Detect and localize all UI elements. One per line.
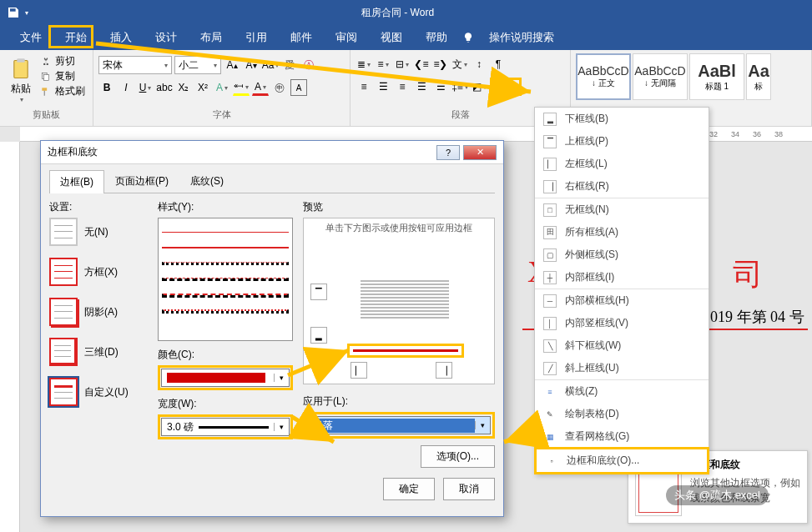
menu-insert[interactable]: 插入 [98, 25, 144, 50]
dialog-close-button[interactable]: ✕ [463, 145, 497, 160]
format-painter-button[interactable]: 格式刷 [40, 84, 85, 98]
width-label: 宽度(W): [158, 397, 293, 411]
menu-layout[interactable]: 布局 [189, 25, 234, 50]
border-outside-item[interactable]: ▢外侧框线(S) [535, 243, 709, 266]
border-insidev-item[interactable]: │内部竖框线(V) [535, 312, 709, 334]
border-left-item[interactable]: ▏左框线(L) [535, 153, 709, 175]
menu-home[interactable]: 开始 [53, 25, 98, 50]
preview-bottom-btn[interactable]: ▂ [310, 327, 327, 344]
preview-top-btn[interactable]: ▔ [310, 284, 327, 300]
superscript-button[interactable]: X² [194, 79, 211, 96]
highlight-button[interactable]: ⬶▾ [233, 79, 250, 96]
subscript-button[interactable]: X₂ [175, 79, 192, 96]
style-heading2[interactable]: Aa标 [746, 53, 771, 100]
shading-button[interactable]: ◩▾ [471, 78, 487, 95]
phonetic-button[interactable]: 愛 [281, 57, 298, 73]
borders-dropdown-menu: ▂下框线(B) ▔上框线(P) ▏左框线(L) ▕右框线(R) □无框线(N) … [534, 107, 709, 474]
grow-font-button[interactable]: A▴ [224, 57, 240, 73]
options-button[interactable]: 选项(O)... [421, 445, 495, 468]
align-justify-button[interactable]: ☰ [413, 78, 430, 95]
borders-shading-item[interactable]: ▫边框和底纹(O)... [537, 449, 707, 472]
settings-label: 设置: [49, 200, 148, 214]
border-diagup-item[interactable]: ╱斜上框线(U) [535, 357, 709, 379]
svg-rect-3 [44, 74, 49, 80]
shrink-font-button[interactable]: A▾ [243, 57, 260, 73]
enclose-button[interactable]: ㊥ [271, 79, 288, 96]
preview-left-btn[interactable]: ▏ [351, 362, 367, 379]
italic-button[interactable]: I [118, 79, 134, 96]
border-hline-item[interactable]: ≡横线(Z) [535, 379, 709, 403]
borders-button[interactable]: ▾ [493, 81, 518, 93]
menu-help[interactable]: 帮助 [414, 25, 459, 50]
menu-mail[interactable]: 邮件 [279, 25, 324, 50]
underline-button[interactable]: U▾ [137, 79, 154, 96]
border-diagdown-item[interactable]: ╲斜下框线(W) [535, 334, 709, 357]
doc-text-si: 司 [733, 254, 763, 295]
font-size-dropdown[interactable]: 小二▾ [174, 56, 221, 74]
menu-file[interactable]: 文件 [8, 25, 53, 50]
style-normal[interactable]: AaBbCcD↓ 正文 [576, 53, 631, 100]
bold-button[interactable]: B [98, 79, 115, 96]
border-right-item[interactable]: ▕右框线(R) [535, 175, 709, 198]
font-color-button[interactable]: A▾ [252, 79, 269, 96]
tab-border[interactable]: 边框(B) [49, 170, 104, 193]
menu-review[interactable]: 审阅 [324, 25, 369, 50]
align-distribute-button[interactable]: ☰ [432, 78, 449, 95]
change-case-button[interactable]: Aa▾ [262, 57, 279, 73]
tab-shading[interactable]: 底纹(S) [179, 169, 235, 193]
dialog-titlebar: 边框和底纹 ? ✕ [41, 141, 503, 164]
highlight-preview-line [347, 344, 464, 358]
border-none-item[interactable]: □无框线(N) [535, 198, 709, 221]
color-combo[interactable]: ▾ [161, 369, 290, 387]
setting-box[interactable]: 方框(X) [49, 258, 148, 286]
menu-tellme[interactable]: 操作说明搜索 [477, 25, 566, 50]
copy-button[interactable]: 复制 [40, 69, 85, 83]
char-border-button[interactable]: A [290, 79, 307, 96]
setting-shadow[interactable]: 阴影(A) [49, 298, 148, 326]
tab-page-border[interactable]: 页面边框(P) [104, 169, 179, 193]
setting-none[interactable]: 无(N) [49, 218, 148, 246]
show-marks-button[interactable]: ¶ [490, 56, 507, 73]
asian-layout-button[interactable]: 文▾ [451, 56, 468, 73]
number-list-button[interactable]: ≡▾ [375, 56, 391, 73]
border-bottom-item[interactable]: ▂下框线(B) [535, 108, 709, 130]
menu-references[interactable]: 引用 [234, 25, 279, 50]
align-center-button[interactable]: ☰ [375, 78, 391, 95]
preview-right-btn[interactable]: ▕ [436, 362, 452, 379]
save-icon[interactable] [7, 6, 20, 19]
menu-design[interactable]: 设计 [144, 25, 189, 50]
ok-button[interactable]: 确定 [383, 478, 435, 500]
border-insideh-item[interactable]: ─内部横框线(H) [535, 289, 709, 312]
paste-button[interactable]: 粘贴 ▾ [5, 53, 37, 107]
clear-format-button[interactable]: Ⓐ [300, 57, 317, 73]
bullet-list-button[interactable]: ≣▾ [356, 56, 372, 73]
border-viewgrid-item[interactable]: ▦查看网格线(G) [535, 425, 709, 448]
text-effect-button[interactable]: A▾ [214, 79, 230, 96]
sort-button[interactable]: ↕ [471, 56, 487, 73]
width-combo[interactable]: 3.0 磅▾ [161, 418, 290, 436]
applyto-combo[interactable]: 段落▾ [307, 416, 491, 434]
cancel-button[interactable]: 取消 [443, 478, 495, 500]
font-name-dropdown[interactable]: 宋体▾ [98, 56, 172, 74]
style-nospacing[interactable]: AaBbCcD↓ 无间隔 [633, 53, 688, 100]
align-left-button[interactable]: ≡ [356, 78, 372, 95]
multilevel-button[interactable]: ⊟▾ [394, 56, 411, 73]
border-top-item[interactable]: ▔上框线(P) [535, 130, 709, 153]
setting-custom[interactable]: 自定义(U) [49, 378, 148, 406]
indent-inc-button[interactable]: ≡❯ [432, 56, 449, 73]
style-listbox[interactable] [158, 218, 293, 341]
cut-button[interactable]: 剪切 [40, 54, 85, 68]
strike-button[interactable]: abc [156, 79, 173, 96]
indent-dec-button[interactable]: ❮≡ [413, 56, 430, 73]
setting-3d[interactable]: 三维(D) [49, 338, 148, 366]
align-right-button[interactable]: ≡ [394, 78, 411, 95]
border-all-item[interactable]: 田所有框线(A) [535, 221, 709, 243]
border-inside-item[interactable]: ┼内部框线(I) [535, 266, 709, 289]
border-draw-item[interactable]: ✎绘制表格(D) [535, 403, 709, 425]
dialog-help-button[interactable]: ? [436, 145, 460, 160]
menu-view[interactable]: 视图 [369, 25, 414, 50]
svg-rect-0 [14, 61, 28, 78]
group-clipboard: 粘贴 ▾ 剪切 复制 格式刷 剪贴板 [0, 50, 93, 126]
line-spacing-button[interactable]: ‡≡▾ [451, 78, 468, 95]
style-heading1[interactable]: AaBl标题 1 [689, 53, 744, 100]
